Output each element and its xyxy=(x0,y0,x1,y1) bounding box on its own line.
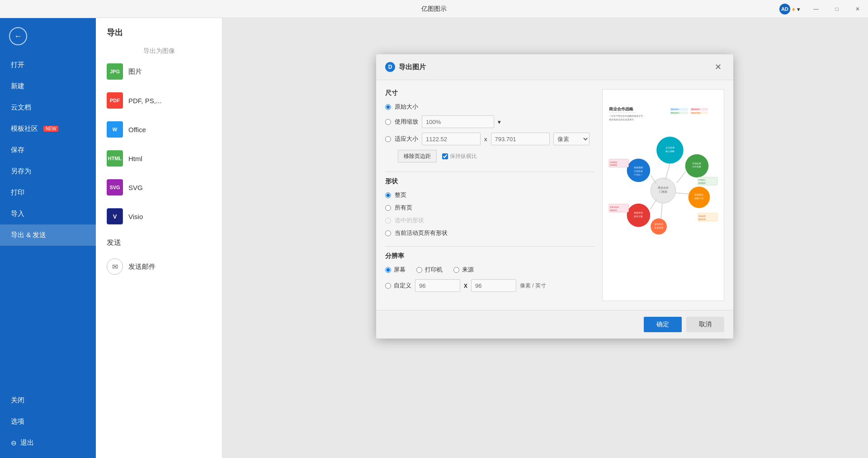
scale-input[interactable] xyxy=(422,115,494,128)
export-item-label: 图片 xyxy=(128,67,142,76)
custom-x-input[interactable] xyxy=(415,279,460,292)
custom-y-input[interactable] xyxy=(471,279,516,292)
sidebar-item-save[interactable]: 保存 xyxy=(0,139,96,161)
fit-row[interactable]: 适应大小 x 像素 厘米 英寸 xyxy=(385,133,595,145)
crown-icon: ♦ xyxy=(792,5,795,13)
sidebar-item-options[interactable]: 选项 xyxy=(0,411,96,432)
keep-ratio-label[interactable]: 保持纵横比 xyxy=(442,153,477,160)
width-input[interactable] xyxy=(422,133,481,145)
original-size-row[interactable]: 原始大小 xyxy=(385,103,595,111)
sidebar-item-export[interactable]: 导出 & 发送 xyxy=(0,224,96,246)
export-to-label: 导出为图像 xyxy=(96,45,222,57)
original-size-label: 原始大小 xyxy=(395,103,418,111)
export-item-pdf[interactable]: PDF PDF, PS,... xyxy=(96,86,222,115)
maximize-button[interactable]: □ xyxy=(826,0,847,18)
sidebar-item-exit[interactable]: ⊖ 退出 xyxy=(0,432,96,453)
svg-text:图例说明三: 图例说明三 xyxy=(691,108,700,110)
export-item-svg[interactable]: SVG SVG xyxy=(96,173,222,202)
height-input[interactable] xyxy=(491,133,550,145)
svg-text:市场拓展: 市场拓展 xyxy=(692,162,701,165)
sidebar-item-label: 选项 xyxy=(11,417,24,426)
svg-text:商业合作: 商业合作 xyxy=(658,186,669,189)
sidebar-item-label: 导出 & 发送 xyxy=(11,231,46,239)
fit-radio[interactable] xyxy=(385,136,391,142)
window-controls: — □ ✕ xyxy=(806,0,868,18)
svg-text:方向策略: 方向策略 xyxy=(692,165,701,168)
dropdown-arrow[interactable]: ▾ xyxy=(797,6,800,13)
whole-page-row[interactable]: 整页 xyxy=(385,191,595,199)
x-separator: x xyxy=(464,281,467,290)
screen-res-label[interactable]: 屏幕 xyxy=(385,266,406,274)
whole-page-radio[interactable] xyxy=(385,192,391,198)
minimize-button[interactable]: — xyxy=(806,0,826,18)
current-page-radio[interactable] xyxy=(385,230,391,236)
current-page-row[interactable]: 当前活动页所有形状 xyxy=(385,229,595,237)
svg-text:资金配置: 资金配置 xyxy=(698,215,706,217)
fit-label: 适应大小 xyxy=(395,135,418,143)
dialog-preview: 商业合作战略 一些关于商业合作战略的描述文字... 更多描述信息在这里展示 图例… xyxy=(602,89,724,301)
html-icon: HTML xyxy=(107,150,123,167)
source-res-label[interactable]: 来源 xyxy=(453,266,474,274)
svg-rect-2 xyxy=(609,112,636,113)
sidebar-item-import[interactable]: 导入 xyxy=(0,203,96,224)
sidebar-item-close[interactable]: 关闭 xyxy=(0,390,96,411)
remove-margin-button[interactable]: 移除页边距 xyxy=(398,150,437,162)
user-area[interactable]: AD ♦ ▾ xyxy=(779,0,800,18)
all-pages-label: 所有页 xyxy=(395,204,412,212)
preview-diagram: 商业合作战略 一些关于商业合作战略的描述文字... 更多描述信息在这里展示 图例… xyxy=(603,90,724,301)
sidebar-item-open[interactable]: 打开 xyxy=(0,54,96,76)
back-button[interactable]: ← xyxy=(9,27,27,45)
source-res-radio[interactable] xyxy=(453,267,459,273)
confirm-button[interactable]: 确定 xyxy=(644,317,682,332)
selected-shapes-radio xyxy=(385,218,391,224)
sidebar-item-new[interactable]: 新建 xyxy=(0,76,96,97)
printer-res-label[interactable]: 打印机 xyxy=(416,266,443,274)
close-button[interactable]: ✕ xyxy=(847,0,868,18)
scale-radio[interactable] xyxy=(385,119,391,125)
svg-text:图例说明四: 图例说明四 xyxy=(691,112,700,114)
export-item-label: Visio xyxy=(128,213,143,220)
svg-text:更多描述信息在这里展示: 更多描述信息在这里展示 xyxy=(609,118,634,121)
dialog-footer: 确定 取消 xyxy=(376,310,733,339)
dialog-close-button[interactable]: ✕ xyxy=(712,61,724,73)
keep-ratio-checkbox[interactable] xyxy=(442,153,448,159)
dialog-header: D 导出图片 ✕ xyxy=(376,54,733,80)
custom-res-radio[interactable] xyxy=(385,283,391,289)
cancel-button[interactable]: 取消 xyxy=(686,317,724,332)
back-arrow-icon: ← xyxy=(14,32,22,41)
svg-text:风险评估: 风险评估 xyxy=(610,209,617,211)
shape-section-title: 形状 xyxy=(385,177,595,186)
svg-text:资源整合: 资源整合 xyxy=(694,193,703,196)
export-item-office[interactable]: W Office xyxy=(96,115,222,144)
sidebar-item-label: 模板社区 xyxy=(11,124,38,133)
screen-res-radio[interactable] xyxy=(385,267,391,273)
export-item-visio[interactable]: V Visio xyxy=(96,202,222,231)
unit-select[interactable]: 像素 厘米 英寸 xyxy=(553,133,590,145)
jpg-icon: JPG xyxy=(107,63,123,80)
svg-text:合规与监管: 合规与监管 xyxy=(610,206,619,208)
export-item-html[interactable]: HTML Html xyxy=(96,144,222,173)
title-bar: 亿图图示 AD ♦ ▾ — □ ✕ xyxy=(0,0,868,18)
original-size-radio[interactable] xyxy=(385,104,391,110)
sidebar-item-cloud[interactable]: 云文档 xyxy=(0,97,96,118)
app-title: 亿图图示 xyxy=(421,5,447,13)
send-email-item[interactable]: ✉ 发送邮件 xyxy=(96,252,222,281)
sidebar-item-saveas[interactable]: 另存为 xyxy=(0,161,96,182)
sidebar-item-print[interactable]: 打印 xyxy=(0,182,96,203)
custom-res-label[interactable]: 自定义 xyxy=(385,281,411,290)
svg-text:应对方案: 应对方案 xyxy=(634,215,643,218)
sidebar-back[interactable]: ← xyxy=(0,18,96,54)
all-pages-radio[interactable] xyxy=(385,205,391,211)
custom-resolution-row: 自定义 x 像素 / 英寸 xyxy=(385,279,595,292)
all-pages-row[interactable]: 所有页 xyxy=(385,204,595,212)
sidebar: ← 打开 新建 云文档 模板社区 NEW 保存 另存为 xyxy=(0,18,96,458)
svg-text:市场准入: 市场准入 xyxy=(698,179,706,181)
export-item-label: Office xyxy=(128,126,146,134)
export-item-jpg[interactable]: JPG 图片 xyxy=(96,57,222,86)
svg-text:合作伙伴: 合作伙伴 xyxy=(654,223,663,226)
svg-text:当前阶段: 当前阶段 xyxy=(610,161,617,163)
margin-row: 移除页边距 保持纵横比 xyxy=(385,150,595,162)
sidebar-item-template[interactable]: 模板社区 NEW xyxy=(0,118,96,139)
printer-res-radio[interactable] xyxy=(416,267,422,273)
scale-row[interactable]: 使用缩放 ▾ xyxy=(385,115,595,128)
